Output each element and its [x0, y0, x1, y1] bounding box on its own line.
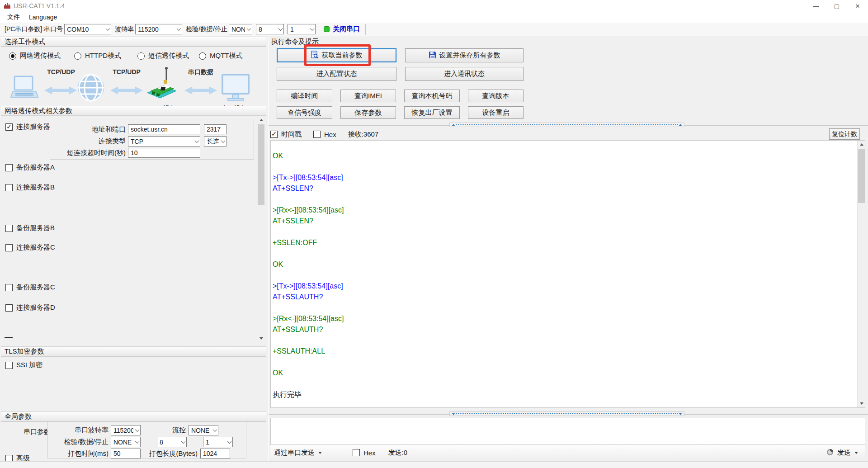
menu-language[interactable]: Language — [25, 13, 61, 22]
pack-time-label: 打包时间(ms) — [51, 449, 108, 458]
baud-select[interactable]: 115200 — [135, 24, 182, 34]
factory-reset-button[interactable]: 恢复出厂设置 — [404, 106, 460, 119]
send-horn-icon — [826, 449, 834, 457]
log-splitter-bottom[interactable] — [269, 411, 868, 416]
search-doc-icon — [311, 51, 319, 60]
flow-select[interactable]: NONE — [189, 425, 218, 435]
checkbox-server-b[interactable]: 连接服务器B — [5, 183, 55, 192]
checkbox-hex-send[interactable]: Hex — [353, 449, 376, 457]
checkbox-server-c[interactable]: 连接服务器C — [5, 243, 55, 252]
conn-type-select[interactable]: TCP — [128, 136, 200, 147]
log-output[interactable]: OK >[Tx->][08:53:54][asc]AT+SSLEN? >[Rx<… — [270, 140, 865, 408]
reset-counter-button[interactable]: 复位计数 — [829, 128, 860, 140]
chevron-down-icon — [213, 427, 217, 432]
triangle-down-icon — [679, 413, 682, 415]
g-baud-select[interactable]: 115200 — [111, 425, 141, 435]
arrow-m2m-serial-icon — [184, 85, 217, 98]
query-imei-button[interactable]: 查询IMEI — [340, 90, 396, 102]
g-databits-select[interactable]: 8 — [157, 437, 187, 447]
stopbits-select[interactable]: 1 — [288, 24, 316, 34]
menu-file[interactable]: 文件 — [4, 12, 24, 22]
maximize-button[interactable]: ▢ — [826, 0, 847, 12]
send-mode-dropdown[interactable]: 通过串口发送 — [270, 447, 326, 459]
checkbox-hex-recv[interactable]: Hex — [313, 131, 336, 138]
pack-len-input[interactable]: 1024 — [200, 449, 230, 459]
chevron-down-icon — [221, 138, 226, 143]
databits-select[interactable]: 8 — [256, 24, 284, 34]
checkbox-backup-b[interactable]: 备份服务器B — [5, 224, 55, 232]
scroll-down-icon[interactable] — [858, 400, 865, 407]
checkbox-server-a[interactable]: 连接服务器A — [5, 123, 55, 131]
enter-config-button[interactable]: 进入配置状态 — [277, 67, 396, 81]
app-logo-icon — [4, 3, 11, 9]
link2-label: TCP/UDP — [108, 68, 145, 76]
scroll-up-icon[interactable] — [257, 116, 265, 124]
menu-bar: 文件 Language — [0, 12, 868, 23]
radio-net-passthrough[interactable]: 网络透传模式 — [9, 52, 61, 60]
compile-time-button[interactable]: 编译时间 — [277, 90, 332, 102]
log-line — [273, 248, 856, 259]
device-restart-button[interactable]: 设备重启 — [468, 106, 524, 119]
radio-sms-passthrough[interactable]: 短信透传模式 — [137, 52, 189, 60]
checkbox-backup-a[interactable]: 备份服务器A — [5, 163, 55, 172]
server-address-input[interactable]: socket.usr.cn — [128, 124, 200, 134]
link3-label: 串口数据 — [183, 68, 219, 76]
pack-time-input[interactable]: 50 — [111, 449, 141, 459]
com-port-label: [PC串口参数]:串口号 — [5, 25, 63, 33]
query-version-button[interactable]: 查询版本 — [468, 90, 524, 102]
radio-httpd[interactable]: HTTPD模式 — [74, 52, 121, 60]
com-port-select[interactable]: COM10 — [64, 24, 111, 34]
g-baud-label: 串口波特率 — [51, 426, 108, 435]
chevron-down-icon — [246, 26, 251, 31]
short-conn-timeout-input[interactable]: 10 — [128, 148, 200, 158]
checkbox-ssl[interactable]: SSL加密 — [5, 361, 42, 369]
log-line — [273, 270, 856, 281]
scrollbar-thumb[interactable] — [858, 149, 865, 203]
log-line — [273, 378, 856, 389]
query-signal-button[interactable]: 查信号强度 — [277, 106, 332, 119]
command-panel: 执行命令及提示 获取当前参数 设置并保存所有参数 — [269, 37, 868, 468]
checkbox-timestamp[interactable]: 时间戳 — [270, 130, 302, 139]
checkbox-icon — [5, 123, 13, 131]
radio-mqtt[interactable]: MQTT模式 — [199, 52, 243, 60]
radio-icon — [9, 52, 16, 60]
parity-select[interactable]: NONE — [229, 24, 252, 34]
query-phone-number-button[interactable]: 查询本机号码 — [404, 90, 460, 102]
server-port-input[interactable]: 2317 — [204, 124, 226, 134]
send-toolbar: 通过串口发送 Hex 发送:0 发送 — [270, 445, 865, 460]
checkbox-backup-c[interactable]: 备份服务器C — [5, 283, 55, 292]
scrollbar-thumb[interactable] — [258, 124, 264, 205]
conn-mode-select[interactable]: 长连接 — [204, 136, 226, 147]
log-line: OK — [273, 259, 856, 270]
enter-comm-button[interactable]: 进入通讯状态 — [405, 67, 524, 81]
minimize-button[interactable]: — — [806, 0, 826, 12]
set-save-all-button[interactable]: 设置并保存所有参数 — [405, 48, 524, 62]
close-button[interactable]: ✕ — [847, 0, 868, 12]
dropdown-arrow-icon — [854, 452, 858, 454]
checkbox-server-d[interactable]: 连接服务器D — [5, 303, 55, 312]
scroll-down-icon[interactable] — [257, 335, 265, 342]
log-scrollbar[interactable] — [857, 141, 865, 407]
net-params-scrollbar[interactable] — [257, 116, 264, 342]
save-params-button[interactable]: 保存参数 — [340, 106, 396, 119]
close-port-button[interactable]: 关闭串口 — [324, 25, 360, 33]
m2m-device-icon — [146, 66, 178, 104]
scroll-up-icon[interactable] — [858, 141, 865, 148]
radio-icon — [74, 52, 81, 60]
log-content: OK >[Tx->][08:53:54][asc]AT+SSLEN? >[Rx<… — [273, 151, 856, 400]
splitter-handle[interactable] — [449, 411, 684, 416]
g-stopbits-select[interactable]: 1 — [203, 437, 233, 447]
log-line: AT+SSLEN? — [273, 216, 856, 227]
work-mode-header: 选择工作模式 — [1, 37, 266, 47]
log-splitter-top[interactable] — [269, 122, 868, 128]
tls-header: TLS加密参数 — [1, 346, 266, 356]
port-open-indicator-icon — [324, 26, 330, 32]
checkbox-icon — [313, 131, 321, 138]
get-current-params-button[interactable]: 获取当前参数 — [277, 48, 396, 62]
splitter-handle[interactable] — [449, 123, 684, 127]
checkbox-icon — [5, 225, 13, 232]
g-parity-select[interactable]: NONE — [111, 437, 141, 447]
log-line: +SSLAUTH:ALL — [273, 346, 856, 357]
send-button[interactable]: 发送 — [826, 449, 865, 457]
send-input-area[interactable] — [270, 418, 865, 445]
